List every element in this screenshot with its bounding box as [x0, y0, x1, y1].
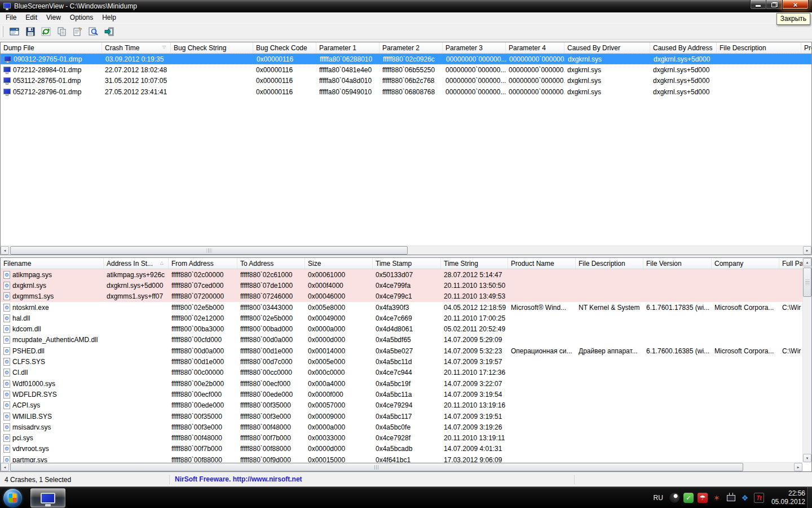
hscroll-thumb[interactable] [10, 463, 743, 471]
network-icon[interactable] [726, 493, 736, 503]
table-row[interactable]: ⚙ACPI.sysfffff880`00ede000fffff880`00f35… [1, 400, 802, 411]
scroll-left-icon[interactable]: ◂ [1, 463, 9, 471]
column-header-bug-check-code[interactable]: Bug Check Code [253, 42, 316, 53]
properties-button[interactable] [71, 25, 84, 38]
column-header-caused-by-address[interactable]: Caused By Address [650, 42, 717, 53]
status-nirsoft-link[interactable]: NirSoft Freeware. http://www.nirsoft.net [175, 475, 302, 483]
table-row[interactable]: ⚙ntoskrnl.exefffff800`02e5b000fffff800`0… [1, 302, 802, 313]
table-cell [712, 280, 779, 291]
find-button[interactable] [87, 25, 100, 38]
tt-monitor-icon[interactable]: Tt [754, 493, 764, 503]
table-row[interactable]: ⚙msisadrv.sysfffff880`00f3e000fffff880`0… [1, 422, 802, 432]
clock[interactable]: 22:56 05.09.2012 [771, 489, 805, 506]
close-button[interactable]: × [782, 0, 809, 10]
column-header-company[interactable]: Company [712, 258, 779, 269]
driver-list-vscrollbar[interactable]: ▴ ▾ [802, 258, 811, 462]
driver-file-icon: ⚙ [3, 325, 10, 333]
scroll-right-icon[interactable]: ▸ [794, 463, 802, 471]
table-row[interactable]: 090312-29765-01.dmp03.09.2012 0:19:350x0… [1, 54, 811, 64]
table-row[interactable]: 052712-28796-01.dmp27.05.2012 23:41:410x… [1, 86, 811, 97]
table-row[interactable]: ⚙hal.dllfffff800`02e12000fffff800`02e5b0… [1, 313, 802, 323]
table-cell [508, 356, 576, 367]
column-header-file-description[interactable]: File Description [717, 42, 801, 53]
menu-item-help[interactable]: Help [98, 12, 121, 23]
table-row[interactable]: ⚙dxgkrnl.sysdxgkrnl.sys+5d000fffff880`07… [1, 280, 802, 291]
column-header-parameter-4[interactable]: Parameter 4 [506, 42, 564, 53]
menu-item-view[interactable]: View [42, 12, 65, 23]
taskbar-item-bluescreenview[interactable] [30, 488, 65, 507]
show-desktop-button[interactable] [806, 487, 812, 508]
table-row[interactable]: ⚙mcupdate_AuthenticAMD.dllfffff880`00cfd… [1, 335, 802, 345]
menu-item-options[interactable]: Options [65, 12, 98, 23]
steam-icon[interactable] [669, 493, 679, 503]
scroll-right-icon[interactable]: ▸ [803, 246, 811, 255]
table-row[interactable]: ⚙pci.sysfffff880`00f48000fffff880`00f7b0… [1, 432, 802, 443]
table-cell: fffff880`00f3e000 [169, 422, 237, 432]
column-header-parameter-1[interactable]: Parameter 1 [316, 42, 379, 53]
table-row[interactable]: ⚙CI.dllfffff880`00c00000fffff880`00cc000… [1, 367, 802, 378]
column-header-prod[interactable]: Prod [801, 42, 811, 53]
table-cell: fffff880`00d0a000 [237, 335, 305, 345]
table-row[interactable]: ⚙partmgr.sysfffff880`00f88000fffff880`00… [1, 454, 802, 462]
crash-list-hscrollbar[interactable]: ◂ ▸ [1, 246, 811, 255]
refresh-button[interactable] [39, 25, 52, 38]
column-header-parameter-2[interactable]: Parameter 2 [379, 42, 443, 53]
restore-button[interactable] [766, 0, 782, 10]
table-row[interactable]: 053112-28765-01.dmp31.05.2012 10:07:050x… [1, 76, 811, 86]
table-cell: ⚙pci.sys [1, 432, 104, 443]
menu-item-file[interactable]: File [1, 12, 21, 23]
scroll-down-icon[interactable]: ▾ [803, 454, 811, 462]
column-header-time-string[interactable]: Time String [441, 258, 508, 269]
column-header-to-address[interactable]: To Address [237, 258, 305, 269]
table-row[interactable]: ⚙WMILIB.SYSfffff880`00f35000fffff880`00f… [1, 411, 802, 422]
molecule-icon[interactable]: ❖ [740, 493, 750, 503]
table-row[interactable]: ⚙atikmpag.sysatikmpag.sys+926cfffff880`0… [1, 269, 802, 280]
column-header-size[interactable]: Size [305, 258, 373, 269]
column-header-full-pa[interactable]: Full Pa [779, 258, 802, 269]
properties-icon [73, 27, 82, 36]
copy-button[interactable] [55, 25, 68, 38]
driver-list-hscrollbar[interactable]: ◂ ▸ [1, 462, 802, 471]
table-row[interactable]: ⚙Wdf01000.sysfffff880`00e2b000fffff880`0… [1, 378, 802, 389]
language-indicator[interactable]: RU [651, 494, 665, 502]
column-header-product-name[interactable]: Product Name [508, 258, 576, 269]
antivirus-shield-icon[interactable]: ✓ [683, 493, 694, 503]
save-icon [26, 27, 35, 36]
menu-item-edit[interactable]: Edit [21, 12, 42, 23]
table-row[interactable]: ⚙PSHED.dllfffff880`00d0a000fffff880`00d1… [1, 345, 802, 356]
column-header-time-stamp[interactable]: Time Stamp [373, 258, 441, 269]
exit-button[interactable] [103, 25, 116, 38]
column-header-crash-time[interactable]: Crash Time▽ [102, 42, 171, 53]
column-header-from-address[interactable]: From Address [169, 258, 237, 269]
bug-icon[interactable]: ✶ [712, 493, 722, 503]
scroll-up-icon[interactable]: ▴ [803, 258, 811, 266]
column-header-filename[interactable]: Filename [1, 258, 104, 269]
table-cell: Microsoft Corpora... [712, 345, 779, 356]
close-icon: × [793, 1, 798, 9]
vscroll-thumb[interactable] [803, 268, 811, 297]
start-button[interactable] [3, 489, 22, 507]
column-header-bug-check-string[interactable]: Bug Check String [171, 42, 253, 53]
table-row[interactable]: ⚙CLFS.SYSfffff880`00d1e000fffff880`00d7c… [1, 356, 802, 367]
column-header-file-description[interactable]: File Description [576, 258, 643, 269]
table-row[interactable]: 072212-28984-01.dmp22.07.2012 18:02:480x… [1, 64, 811, 75]
column-header-dump-file[interactable]: Dump File [1, 42, 102, 53]
column-header-caused-by-driver[interactable]: Caused By Driver [564, 42, 650, 53]
table-row[interactable]: ⚙dxgmms1.sysdxgmms1.sys+ff07fffff880`072… [1, 291, 802, 302]
save-button[interactable] [24, 25, 37, 38]
avira-icon[interactable]: ☂ [698, 493, 708, 503]
column-header-file-version[interactable]: File Version [643, 258, 712, 269]
table-row[interactable]: ⚙WDFLDR.SYSfffff880`00ecf000fffff880`00e… [1, 389, 802, 400]
hscroll-thumb[interactable] [10, 246, 408, 255]
column-header-parameter-3[interactable]: Parameter 3 [443, 42, 506, 53]
table-cell [779, 291, 802, 302]
table-cell: fffff880`00f35000 [237, 400, 305, 411]
minimize-button[interactable] [750, 0, 766, 10]
scroll-left-icon[interactable]: ◂ [1, 246, 9, 255]
table-row[interactable]: ⚙kdcom.dllfffff800`00ba3000fffff800`00ba… [1, 323, 802, 334]
table-row[interactable]: ⚙vdrvroot.sysfffff880`00f7b000fffff880`0… [1, 444, 802, 454]
title-bar[interactable]: BlueScreenView - C:\Windows\Minidump × [0, 0, 812, 12]
advanced-options-button[interactable] [8, 25, 21, 38]
table-cell: 0x0000d000 [305, 444, 373, 454]
column-header-address-in-st-[interactable]: Address In St...△ [104, 258, 169, 269]
